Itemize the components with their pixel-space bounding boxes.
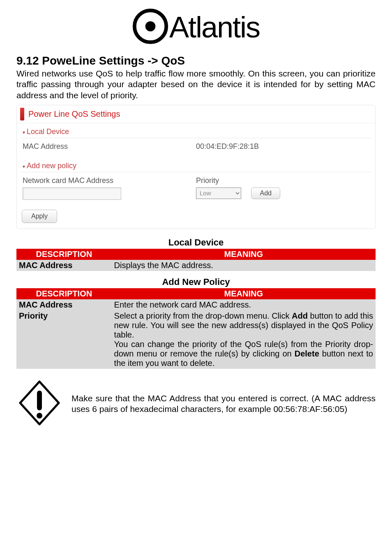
local-device-table: DESCRIPTION MEANING MAC Address Displays… [16, 249, 376, 271]
svg-point-1 [145, 21, 156, 32]
network-card-mac-input[interactable] [23, 187, 121, 200]
local-device-header[interactable]: Local Device [21, 123, 371, 138]
table-row: MAC Address Displays the MAC address. [16, 260, 376, 271]
warning-icon [16, 380, 71, 427]
table-row: Priority Select a priority from the drop… [16, 310, 376, 369]
bold-add: Add [292, 311, 308, 320]
table-header-meaning: MEANING [112, 249, 376, 260]
note-row: Make sure that the MAC Address that you … [16, 380, 376, 427]
apply-button[interactable]: Apply [22, 210, 57, 223]
svg-rect-3 [37, 391, 42, 410]
add-button[interactable]: Add [251, 187, 280, 199]
cell-meaning: Enter the network card MAC address. [112, 299, 376, 310]
mac-address-value: 00:04:ED:9F:28:1B [196, 142, 369, 151]
table-row: MAC Address Enter the network card MAC a… [16, 299, 376, 310]
cell-meaning: Select a priority from the drop-down men… [112, 310, 376, 369]
logo-area: Atlantis [0, 0, 392, 50]
priority-label: Priority [196, 176, 369, 185]
add-new-policy-header[interactable]: Add new policy [21, 157, 371, 172]
note-text: Make sure that the MAC Address that you … [71, 393, 376, 415]
table-header-description: DESCRIPTION [16, 288, 112, 299]
page-heading: 9.12 PoweLine Settings -> QoS [16, 54, 376, 67]
svg-point-4 [37, 413, 42, 419]
add-new-policy-table: DESCRIPTION MEANING MAC Address Enter th… [16, 288, 376, 369]
logo: Atlantis [132, 8, 260, 46]
intro-paragraph: Wired networks use QoS to help traffic f… [16, 68, 376, 101]
cell-desc: MAC Address [16, 260, 112, 271]
logo-icon [132, 8, 168, 46]
mac-address-label: MAC Address [23, 142, 196, 151]
bold-delete: Delete [295, 349, 319, 358]
table-header-meaning: MEANING [112, 288, 376, 299]
cell-desc: Priority [16, 310, 112, 369]
table-header-description: DESCRIPTION [16, 249, 112, 260]
logo-text: Atlantis [169, 10, 260, 44]
local-device-table-title: Local Device [16, 237, 376, 248]
priority-select[interactable]: Low [196, 187, 241, 199]
add-new-policy-table-title: Add New Policy [16, 277, 376, 287]
panel-title: Power Line QoS Settings [17, 105, 375, 123]
cell-desc: MAC Address [16, 299, 112, 310]
qos-settings-panel: Power Line QoS Settings Local Device MAC… [16, 105, 376, 229]
cell-meaning: Displays the MAC address. [112, 260, 376, 271]
network-card-mac-label: Network card MAC Address [23, 176, 196, 185]
text-fragment: Select a priority from the drop-down men… [114, 311, 292, 320]
